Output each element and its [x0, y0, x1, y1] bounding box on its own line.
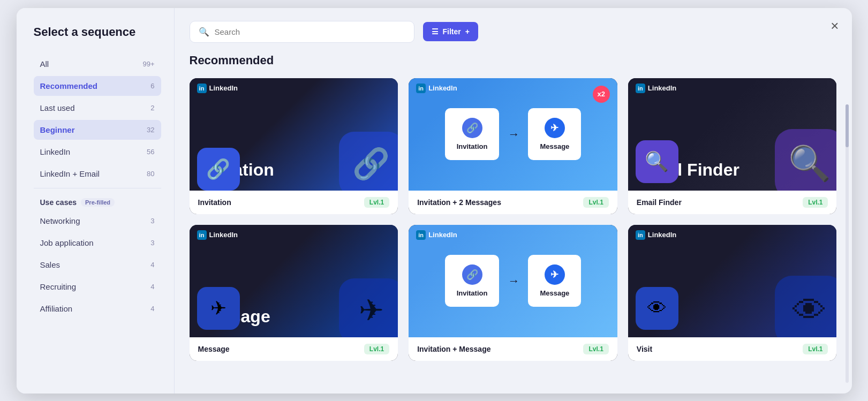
card-invitation-2-messages[interactable]: in LinkedIn 🔗 Invitation → ✈ Message [409, 78, 617, 214]
scrollbar-track[interactable] [846, 104, 849, 383]
sidebar-item-networking[interactable]: Networking 3 [34, 211, 161, 231]
sidebar-item-affiliation[interactable]: Affiliation 4 [34, 299, 161, 319]
chain-message-icon2: ✈ [545, 264, 565, 285]
card-invitation-message[interactable]: in LinkedIn 🔗 Invitation → ✈ Message [409, 225, 617, 361]
sidebar-item-label: LinkedIn + Email [40, 169, 100, 178]
use-cases-section: Use cases Pre-filled [40, 198, 155, 207]
linkedin-icon: in [636, 84, 645, 93]
close-button[interactable]: × [831, 19, 839, 33]
sidebar-item-label: Beginner [40, 125, 75, 134]
sidebar-item-linkedin-email[interactable]: LinkedIn + Email 80 [34, 164, 161, 184]
use-cases-label: Use cases [40, 198, 77, 207]
search-box[interactable]: 🔍 [190, 21, 414, 43]
sidebar-item-label: All [40, 59, 49, 69]
filter-icon: ☰ [432, 27, 439, 36]
linkedin-badge: in LinkedIn [628, 78, 684, 99]
level-badge-invitation: Lvl.1 [364, 197, 389, 208]
level-badge-emailfinder: Lvl.1 [803, 197, 828, 208]
linkedin-badge: in LinkedIn [190, 78, 245, 99]
sidebar-item-linkedin[interactable]: LinkedIn 56 [34, 142, 161, 162]
card-name-message: Message [198, 345, 230, 353]
chain-arrow: → [508, 127, 519, 141]
card-invitation[interactable]: in LinkedIn 🔗 🔗 Invitation Invitation Lv… [190, 78, 398, 214]
sidebar-item-count: 4 [150, 283, 154, 291]
card-footer-invitation: Invitation Lvl.1 [190, 191, 398, 214]
card-message[interactable]: in LinkedIn Message ✈ ✈ Message Lvl.1 [190, 225, 398, 361]
visit-small-icon: 👁 [636, 287, 678, 330]
invitation-small-icon: 🔗 [197, 148, 240, 191]
sidebar-item-recruiting[interactable]: Recruiting 4 [34, 277, 161, 297]
sidebar-item-count: 80 [147, 170, 154, 178]
sidebar-item-label: Recommended [40, 81, 98, 90]
invitation-icons: 🔗 🔗 [190, 101, 398, 191]
linkedin-icon: in [197, 230, 207, 240]
linkedin-label: LinkedIn [209, 231, 238, 239]
chain-invitation-label2: Invitation [457, 289, 488, 297]
sidebar-item-last-used[interactable]: Last used 2 [34, 98, 161, 118]
sidebar-item-label: LinkedIn [40, 147, 71, 156]
filter-label: Filter [443, 27, 461, 36]
chain-arrow2: → [508, 274, 519, 288]
linkedin-badge: in LinkedIn [190, 225, 245, 245]
sidebar-item-recommended[interactable]: Recommended 6 [34, 76, 161, 96]
card-image-message: in LinkedIn Message ✈ ✈ [190, 225, 398, 337]
card-image-invitation2: in LinkedIn 🔗 Invitation → ✈ Message [409, 78, 617, 191]
card-footer-inv-msg: Invitation + Message Lvl.1 [409, 337, 617, 361]
card-name-inv-msg: Invitation + Message [417, 345, 490, 353]
card-footer-visit: Visit Lvl.1 [628, 337, 837, 361]
sidebar-item-count: 4 [150, 261, 154, 269]
sidebar-item-count: 3 [150, 239, 154, 247]
chain-message-label2: Message [540, 289, 569, 297]
chain-message2: ✈ Message [528, 255, 581, 307]
sidebar-item-beginner[interactable]: Beginner 32 [34, 120, 161, 140]
message-small-icon: ✈ [197, 287, 240, 330]
chain-container-2: 🔗 Invitation → ✈ Message [409, 225, 617, 337]
chain-invitation-icon2: 🔗 [462, 264, 482, 285]
x2-badge: x2 [593, 86, 610, 103]
sidebar-divider [34, 188, 161, 188]
card-visit[interactable]: in LinkedIn Visit 👁 👁 Visit Lvl.1 [628, 225, 837, 361]
prefilled-badge: Pre-filled [81, 198, 115, 207]
card-footer-invitation2: Invitation + 2 Messages Lvl.1 [409, 191, 617, 214]
invitation-big-icon: 🔗 [339, 132, 398, 191]
card-email-finder[interactable]: in LinkedIn Email Finder 🔍 🔍 Email Finde… [628, 78, 837, 214]
card-footer-message: Message Lvl.1 [190, 337, 398, 361]
cards-grid: in LinkedIn 🔗 🔗 Invitation Invitation Lv… [190, 78, 837, 361]
card-name-emailfinder: Email Finder [637, 198, 682, 207]
card-image-invitation: in LinkedIn 🔗 🔗 Invitation [190, 78, 398, 191]
sidebar-item-label: Last used [40, 103, 75, 112]
chain-invitation2: 🔗 Invitation [445, 255, 500, 307]
sidebar-item-all[interactable]: All 99+ [34, 54, 161, 74]
section-title: Recommended [190, 54, 837, 67]
sidebar-item-count: 99+ [142, 60, 154, 68]
card-footer-emailfinder: Email Finder Lvl.1 [628, 191, 837, 214]
sidebar-item-count: 32 [147, 126, 154, 134]
sidebar-item-label: Affiliation [40, 304, 73, 313]
email-finder-big-icon: 🔍 [775, 129, 836, 191]
sidebar-item-count: 56 [147, 148, 154, 156]
level-badge-message: Lvl.1 [364, 344, 389, 354]
add-filter-icon: + [465, 27, 470, 36]
sidebar-item-sales[interactable]: Sales 4 [34, 255, 161, 275]
search-icon: 🔍 [199, 27, 209, 37]
scrollbar-thumb[interactable] [846, 104, 849, 147]
level-badge-inv-msg: Lvl.1 [583, 344, 608, 354]
card-image-emailfinder: in LinkedIn Email Finder 🔍 🔍 [628, 78, 837, 191]
visit-big-icon: 👁 [775, 276, 836, 337]
card-image-inv-msg: in LinkedIn 🔗 Invitation → ✈ Message [409, 225, 617, 337]
filter-button[interactable]: ☰ Filter + [423, 22, 478, 41]
card-name-invitation: Invitation [198, 198, 231, 207]
search-input[interactable] [215, 27, 405, 36]
sidebar-item-label: Job application [40, 238, 94, 247]
sidebar-item-job-application[interactable]: Job application 3 [34, 233, 161, 253]
sidebar-item-count: 3 [150, 217, 154, 225]
linkedin-icon: in [636, 230, 645, 240]
sidebar: Select a sequence All 99+ Recommended 6 … [17, 8, 175, 394]
chain-message-label: Message [540, 142, 569, 150]
linkedin-label: LinkedIn [209, 84, 238, 92]
email-finder-small-icon: 🔍 [636, 140, 678, 183]
top-bar: 🔍 ☰ Filter + [190, 21, 837, 43]
linkedin-label: LinkedIn [648, 231, 676, 239]
card-image-visit: in LinkedIn Visit 👁 👁 [628, 225, 837, 337]
linkedin-icon: in [197, 84, 207, 93]
